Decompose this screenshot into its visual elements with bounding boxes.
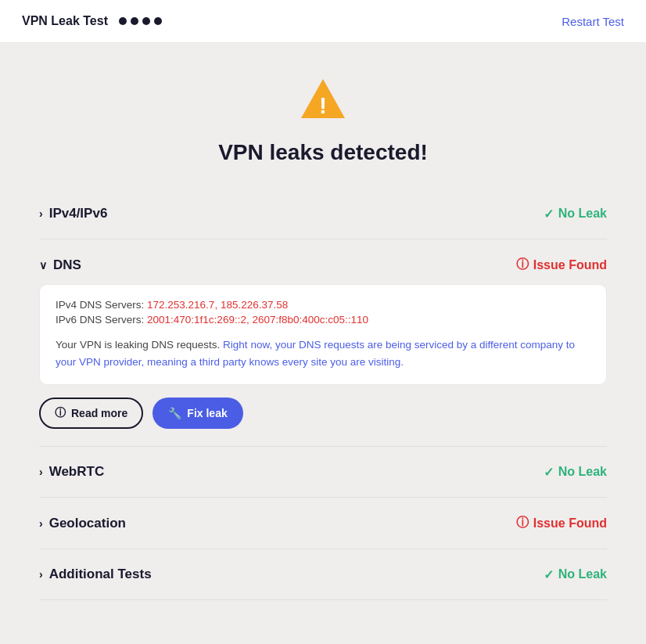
- fix-leak-button[interactable]: 🔧 Fix leak: [153, 398, 242, 429]
- ipv6-dns-label: IPv6 DNS Servers:: [56, 314, 144, 326]
- webrtc-section: › WebRTC ✓ No Leak: [39, 447, 607, 498]
- webrtc-status-label: No Leak: [558, 465, 607, 479]
- info-icon: ⓘ: [55, 406, 66, 420]
- dot-1: [119, 17, 127, 25]
- dns-details-card: IPv4 DNS Servers: 172.253.216.7, 185.226…: [39, 284, 607, 385]
- ipv4ipv6-status: ✓ No Leak: [544, 207, 607, 221]
- dot-4: [154, 17, 162, 25]
- dns-status: ⓘ Issue Found: [516, 257, 607, 273]
- dns-status-label: Issue Found: [533, 258, 607, 272]
- chevron-right-icon: ›: [39, 207, 43, 220]
- check-icon: ✓: [544, 207, 554, 221]
- issue-circle-icon-geo: ⓘ: [516, 515, 529, 531]
- ipv4ipv6-header[interactable]: › IPv4/IPv6 ✓ No Leak: [39, 206, 607, 221]
- header: VPN Leak Test Restart Test: [0, 0, 646, 43]
- dot-2: [131, 17, 138, 25]
- additional-tests-header[interactable]: › Additional Tests ✓ No Leak: [39, 567, 607, 582]
- dns-label: DNS: [53, 257, 81, 273]
- dns-description: Your VPN is leaking DNS requests. Right …: [56, 336, 590, 370]
- read-more-label: Read more: [71, 407, 127, 419]
- geolocation-header[interactable]: › Geolocation ⓘ Issue Found: [39, 515, 607, 531]
- svg-text:!: !: [319, 92, 327, 118]
- restart-test-button[interactable]: Restart Test: [562, 15, 624, 28]
- additional-tests-label-group[interactable]: › Additional Tests: [39, 567, 152, 582]
- app-title: VPN Leak Test: [22, 14, 108, 28]
- read-more-button[interactable]: ⓘ Read more: [39, 398, 143, 429]
- geolocation-section: › Geolocation ⓘ Issue Found: [39, 498, 607, 549]
- webrtc-label-group[interactable]: › WebRTC: [39, 464, 104, 480]
- ipv4ipv6-status-label: No Leak: [558, 207, 607, 221]
- additional-tests-section: › Additional Tests ✓ No Leak: [39, 549, 607, 600]
- ipv4ipv6-label-group[interactable]: › IPv4/IPv6: [39, 206, 107, 221]
- dns-section: ∨ DNS ⓘ Issue Found IPv4 DNS Servers: 17…: [39, 239, 607, 447]
- webrtc-header[interactable]: › WebRTC ✓ No Leak: [39, 464, 607, 480]
- dot-3: [142, 17, 150, 25]
- webrtc-label: WebRTC: [49, 464, 105, 480]
- ipv6-dns-values: 2001:470:1f1c:269::2, 2607:f8b0:400c:c05…: [147, 314, 368, 326]
- check-icon-webrtc: ✓: [544, 465, 554, 480]
- ipv4ipv6-section: › IPv4/IPv6 ✓ No Leak: [39, 189, 607, 239]
- additional-tests-status: ✓ No Leak: [544, 567, 607, 582]
- dns-desc-plain: Your VPN is leaking DNS requests.: [56, 339, 223, 351]
- ipv4ipv6-label: IPv4/IPv6: [49, 206, 108, 221]
- ipv4-dns-values: 172.253.216.7, 185.226.37.58: [147, 299, 288, 311]
- warning-icon: !: [298, 74, 348, 124]
- chevron-right-icon-geo: ›: [39, 517, 43, 530]
- geolocation-label-group[interactable]: › Geolocation: [39, 516, 126, 531]
- ipv4-dns-label: IPv4 DNS Servers:: [56, 299, 144, 311]
- ipv4-dns-row: IPv4 DNS Servers: 172.253.216.7, 185.226…: [56, 299, 590, 311]
- issue-circle-icon: ⓘ: [516, 257, 529, 273]
- main-content: ! VPN leaks detected! › IPv4/IPv6 ✓ No L…: [0, 43, 646, 631]
- dns-label-group[interactable]: ∨ DNS: [39, 257, 81, 273]
- webrtc-status: ✓ No Leak: [544, 465, 607, 480]
- dns-action-buttons: ⓘ Read more 🔧 Fix leak: [39, 398, 607, 429]
- geolocation-status-label: Issue Found: [533, 516, 607, 531]
- chevron-right-icon-webrtc: ›: [39, 466, 43, 478]
- geolocation-status: ⓘ Issue Found: [516, 515, 607, 531]
- wrench-icon: 🔧: [168, 407, 181, 419]
- app-title-group: VPN Leak Test: [22, 14, 162, 28]
- hero-title: VPN leaks detected!: [39, 140, 607, 165]
- dns-header[interactable]: ∨ DNS ⓘ Issue Found: [39, 257, 607, 273]
- geolocation-label: Geolocation: [49, 516, 126, 531]
- ipv6-dns-row: IPv6 DNS Servers: 2001:470:1f1c:269::2, …: [56, 314, 590, 326]
- additional-tests-label: Additional Tests: [49, 567, 152, 582]
- chevron-down-icon: ∨: [39, 259, 47, 272]
- check-icon-additional: ✓: [544, 567, 554, 582]
- chevron-right-icon-additional: ›: [39, 568, 43, 581]
- loading-dots: [119, 17, 162, 25]
- fix-leak-label: Fix leak: [187, 407, 227, 419]
- additional-tests-status-label: No Leak: [558, 567, 607, 581]
- hero-section: ! VPN leaks detected!: [39, 43, 607, 189]
